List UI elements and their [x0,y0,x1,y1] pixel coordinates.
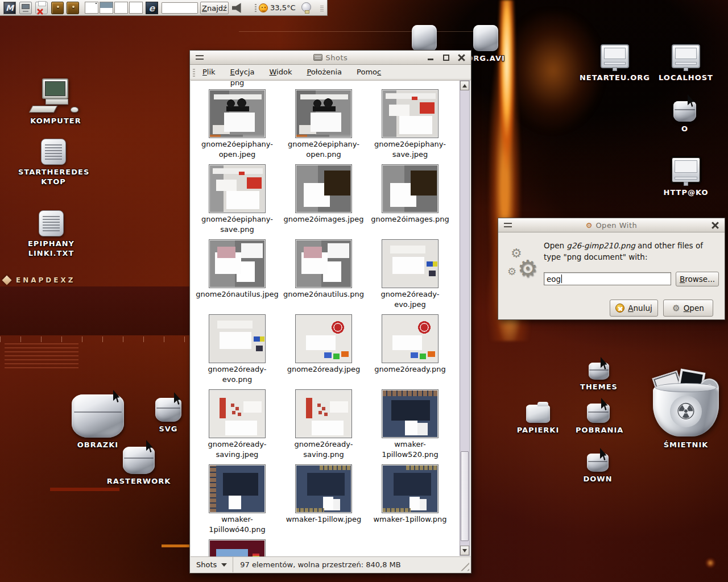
epiphany-launcher-icon[interactable]: e [146,2,158,14]
status-text: 97 elementów, wolna przestrzeń: 840,8 MB [240,560,400,569]
desktop-icon-httpko[interactable]: HTTP@KO [652,157,720,197]
file-name: wmaker-1pillow.png [367,514,453,525]
workspace-2[interactable] [100,2,113,14]
file-thumbnail [209,164,266,213]
drawer-icon[interactable] [51,2,64,14]
file-view[interactable]: png gnome2óepiphany-open.jpeggnome2óepip… [191,80,470,556]
menu-plik[interactable]: Plik [202,68,216,76]
desktop-icon-epiphany-linki[interactable]: EPIPHANY LINKI.TXT [16,210,86,258]
scroll-down-button[interactable] [460,546,469,555]
file-item[interactable]: gnome2óepiphany-save.png [194,164,280,235]
desktop-icon-papierki[interactable]: PAPIERKI [515,405,561,435]
dialog-titlebar[interactable]: ⚙ Open With [498,218,725,232]
clipped-file-label: png [194,81,280,87]
workspace-4[interactable] [129,2,143,14]
file-item[interactable]: gnome2óready.png [367,314,453,375]
file-thumbnail [295,89,352,138]
file-thumbnail [209,89,266,138]
deskbar-search-input[interactable] [162,2,198,14]
open-button[interactable]: ⚙ Open [663,300,713,317]
file-item[interactable]: gnome2óimages.png [367,164,453,225]
menu-edycja[interactable]: Edycja [230,68,255,76]
file-item[interactable]: gnome2óepiphany-save.jpeg [367,89,453,160]
file-item[interactable]: gnome2ónautilus.jpeg [194,239,280,300]
icon-label: RASTERWORK [105,476,173,486]
panel-handle[interactable] [320,5,324,11]
resize-grip[interactable] [457,559,469,571]
menubar-grip[interactable] [193,68,195,77]
weather-smiley-icon[interactable] [259,3,268,13]
wallpaper-red-bar [50,488,119,491]
lightbulb-icon[interactable] [301,2,311,12]
speaker-icon[interactable] [232,3,243,13]
cancel-button[interactable]: Anuluj [610,300,658,317]
browse-button[interactable]: Browse... [676,272,719,286]
workspace-1[interactable] [85,2,98,14]
file-item[interactable]: gnome2óready-evo.jpeg [367,239,453,310]
file-grid: png gnome2óepiphany-open.jpeggnome2óepip… [194,81,453,556]
m-launcher-icon[interactable]: M [3,2,16,14]
file-item[interactable]: gnome2óready-evo.png [194,314,280,385]
file-thumbnail [209,389,266,438]
icon-label: KOMPUTER [24,116,88,126]
scroll-up-button[interactable] [460,81,469,90]
file-item[interactable]: wmaker-1pillow.png [367,464,453,525]
file-item[interactable]: wmaker-1pillow520.png [367,389,453,460]
desktop-icon-pobrania[interactable]: POBRANIA [576,404,621,435]
document-icon [41,139,66,165]
desktop: ENAPDEXZ KOMPUTER STARTHEREDES KTOP EPIP… [0,0,728,582]
desktop-icon-netarteu-org[interactable]: NETARTEU.ORG [579,44,651,82]
desktop-icon-rasterwork[interactable]: RASTERWORK [105,447,173,486]
location-selector[interactable]: Shots [191,557,233,572]
desktop-icon-down[interactable]: DOWN [576,454,620,484]
menubar: Plik Edycja Widok Położenia Pomoc [190,65,471,80]
menu-pomoc[interactable]: Pomoc [357,68,381,76]
dialog-gears-icon: ⚙ [586,221,593,230]
scrollbar-thumb[interactable] [461,451,469,541]
shots-titlebar[interactable]: Shots [190,51,471,65]
desktop-icon-localhost[interactable]: LOCALHOST [652,44,720,82]
desktop-icon-svg[interactable]: SVG [147,398,190,434]
vertical-scrollbar[interactable] [460,80,470,556]
application-input[interactable]: eog [544,272,671,285]
menu-widok[interactable]: Widok [270,68,292,76]
file-name: gnome2óepiphany-save.jpeg [367,139,453,160]
maximize-button[interactable] [442,54,450,61]
screenshot-launcher-icon[interactable] [19,2,32,14]
jar-icon [412,25,437,51]
file-item[interactable]: gnome2óready.jpeg [280,314,367,375]
file-item[interactable]: wmaker-1pillow.jpeg [280,464,367,525]
file-item[interactable]: wmaker-1pillowó40.png [194,464,280,535]
desktop-icon-o[interactable]: O [664,101,705,134]
minimize-button[interactable] [427,54,435,61]
menu-polozenia[interactable]: Położenia [307,68,342,76]
file-item[interactable]: gnome2óimages.jpeg [280,164,367,225]
triangle-down-icon [462,549,467,552]
file-item[interactable]: gnome2óepiphany-open.png [280,89,367,160]
window-menu-icon[interactable] [504,223,512,227]
desktop-icon-smietnik-trash[interactable]: ☢ ŚMIETNIK [648,371,723,450]
file-item[interactable]: gnome2ónautilus.png [280,239,367,300]
file-item-partial[interactable] [194,539,280,556]
file-item[interactable]: gnome2óepiphany-open.jpeg [194,89,280,160]
close-button[interactable] [458,54,465,61]
drawer-icon[interactable] [67,2,79,14]
printer-error-icon[interactable] [35,2,48,14]
desktop-icon-startheredesktop[interactable]: STARTHEREDES KTOP [18,139,89,186]
close-button[interactable] [712,222,719,229]
window-menu-icon[interactable] [196,55,204,60]
file-item[interactable]: gnome2óready-saving.png [280,389,367,460]
desktop-icon-unlabeled-jar[interactable] [412,25,437,51]
folder-icon [526,405,550,423]
file-thumbnail [209,239,266,288]
find-button[interactable]: Znajdź [200,2,229,14]
workspace-3[interactable] [114,2,128,14]
file-name: gnome2óready-saving.png [280,439,367,460]
icon-label: LOCALHOST [652,73,720,82]
desktop-icon-obrazki[interactable]: OBRAZKI [69,394,126,450]
file-item[interactable]: gnome2óready-saving.jpeg [194,389,280,460]
desktop-icon-komputer[interactable]: KOMPUTER [24,78,88,126]
file-thumbnail [382,464,439,513]
wallpaper-ornament [703,554,718,571]
desktop-icon-themes[interactable]: THEMES [576,363,622,392]
